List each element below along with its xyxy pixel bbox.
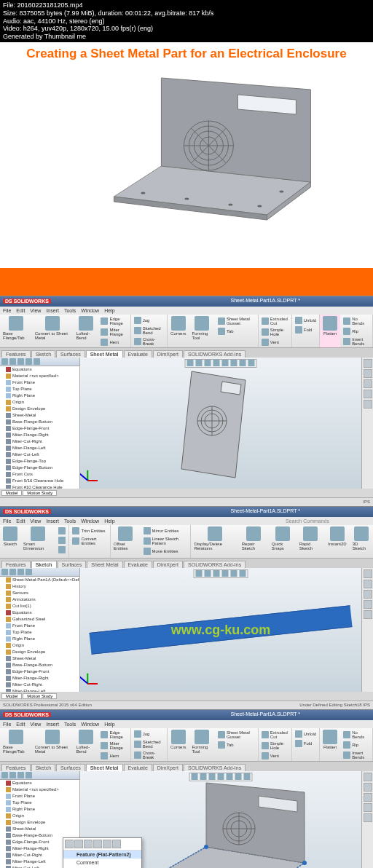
menu-view[interactable]: View xyxy=(30,722,41,727)
ctx-icon[interactable] xyxy=(84,840,93,848)
task-pane[interactable] xyxy=(361,568,373,692)
tab-motion-study[interactable]: Motion Study xyxy=(23,693,57,699)
repair-sketch-button[interactable]: Repair Sketch xyxy=(239,525,269,558)
menu-tools[interactable]: Tools xyxy=(64,722,76,727)
view-toolbar[interactable] xyxy=(189,773,253,781)
tab-sheet-metal[interactable]: Sheet Metal xyxy=(86,350,123,358)
insert-bends-button[interactable]: Insert Bends xyxy=(342,336,370,347)
tab-dimxpert[interactable]: DimXpert xyxy=(153,350,183,358)
menu-tools[interactable]: Tools xyxy=(64,518,76,524)
tab-surfaces[interactable]: Surfaces xyxy=(58,561,87,568)
fold-button[interactable]: Fold xyxy=(294,326,317,334)
menu-window[interactable]: Window xyxy=(81,308,99,313)
unfold-button[interactable]: Unfold xyxy=(294,316,317,325)
offset-entities-button[interactable]: Offset Entities xyxy=(111,525,141,558)
menu-tools[interactable]: Tools xyxy=(64,308,76,313)
ctx-feature[interactable]: Feature (Flat-Pattern2) xyxy=(63,851,141,859)
tab-sketch[interactable]: Sketch xyxy=(31,350,55,358)
task-pane[interactable] xyxy=(361,771,373,868)
tab-button[interactable]: Tab xyxy=(217,327,256,336)
tab-addins[interactable]: SOLIDWORKS Add-Ins xyxy=(184,764,246,771)
edge-flange-button[interactable]: Edge Flange xyxy=(100,316,127,326)
tab-sheet-metal[interactable]: Sheet Metal xyxy=(86,764,123,771)
rip-button[interactable]: Rip xyxy=(342,741,370,749)
base-flange-button[interactable]: Base Flange/Tab xyxy=(0,315,32,347)
menu-help[interactable]: Help xyxy=(104,722,114,727)
rect-tool-button[interactable] xyxy=(58,536,66,545)
tab-features[interactable]: Features xyxy=(1,561,31,568)
insert-bends-button[interactable]: Insert Bends xyxy=(342,750,370,760)
tree-header[interactable] xyxy=(0,771,79,780)
menu-bar[interactable]: File Edit View Insert Tools Window Help xyxy=(0,307,373,315)
menu-file[interactable]: File xyxy=(3,308,11,313)
command-tabs[interactable]: Features Sketch Surfaces Sheet Metal Eva… xyxy=(0,348,373,358)
feature-tree[interactable]: Equations Material <not specified> Front… xyxy=(0,358,80,489)
view-toolbar[interactable] xyxy=(185,359,257,368)
menu-file[interactable]: File xyxy=(3,722,11,727)
menu-bar[interactable]: File Edit View Insert Tools Window Help xyxy=(0,720,373,728)
menu-insert[interactable]: Insert xyxy=(46,518,59,524)
simple-hole-button[interactable]: Simple Hole xyxy=(261,741,289,751)
tab-addins[interactable]: SOLIDWORKS Add-Ins xyxy=(184,561,246,568)
unfold-button[interactable]: Unfold xyxy=(294,730,317,738)
tab-button[interactable]: Tab xyxy=(217,741,256,749)
bottom-tabs[interactable]: Model Motion Study xyxy=(0,692,373,701)
convert-entities-button[interactable]: Convert Entities xyxy=(71,536,107,546)
move-entities-button[interactable]: Move Entities xyxy=(143,547,189,556)
menu-file[interactable]: File xyxy=(3,518,11,524)
menu-window[interactable]: Window xyxy=(81,722,99,727)
tab-model[interactable]: Model xyxy=(1,490,22,496)
3d-sketch-button[interactable]: 3D Sketch xyxy=(350,525,373,558)
vent-button[interactable]: Vent xyxy=(261,338,289,347)
rip-button[interactable]: Rip xyxy=(342,327,370,336)
tab-evaluate[interactable]: Evaluate xyxy=(124,561,152,568)
forming-tool-button[interactable]: Forming Tool xyxy=(189,728,214,761)
cross-break-button[interactable]: Cross-Break xyxy=(133,336,165,347)
menu-insert[interactable]: Insert xyxy=(46,722,59,727)
rapid-sketch-button[interactable]: Rapid Sketch xyxy=(297,525,325,558)
tab-sheet-metal[interactable]: Sheet Metal xyxy=(87,561,122,568)
flatten-button[interactable]: Flatten xyxy=(320,315,340,347)
linear-pattern-button[interactable]: Linear Sketch Pattern xyxy=(143,536,189,546)
jog-button[interactable]: Jog xyxy=(133,316,165,325)
ctx-icon[interactable] xyxy=(74,840,83,848)
menu-edit[interactable]: Edit xyxy=(16,518,25,524)
ctx-icon[interactable] xyxy=(112,840,121,848)
tab-sketch[interactable]: Sketch xyxy=(31,764,55,771)
tab-features[interactable]: Features xyxy=(1,350,31,358)
corners-button[interactable]: Corners xyxy=(168,728,189,761)
command-tabs[interactable]: Features Sketch Surfaces Sheet Metal Eva… xyxy=(0,559,373,568)
corners-button[interactable]: Corners xyxy=(168,315,189,347)
cross-break-button[interactable]: Cross-Break xyxy=(133,750,165,760)
ctx-comment[interactable]: Comment xyxy=(63,859,141,867)
tree-header[interactable] xyxy=(0,568,79,577)
sketched-bend-button[interactable]: Sketched Bend xyxy=(133,326,165,336)
instant2d-button[interactable]: Instant2D xyxy=(325,525,350,558)
line-tool-button[interactable] xyxy=(58,526,66,535)
miter-flange-button[interactable]: Miter Flange xyxy=(100,741,127,751)
command-tabs[interactable]: Features Sketch Surfaces Sheet Metal Eva… xyxy=(0,762,373,771)
tab-addins[interactable]: SOLIDWORKS Add-Ins xyxy=(184,350,246,358)
fold-button[interactable]: Fold xyxy=(294,739,317,748)
hem-button[interactable]: Hem xyxy=(100,338,127,347)
display-delete-relations-button[interactable]: Display/Delete Relations xyxy=(191,525,238,558)
convert-sheet-metal-button[interactable]: Convert to Sheet Metal xyxy=(32,315,74,347)
view-toolbar[interactable] xyxy=(194,569,248,578)
search-input[interactable]: Search Commands xyxy=(286,518,329,524)
tab-dimxpert[interactable]: DimXpert xyxy=(153,561,183,568)
menu-insert[interactable]: Insert xyxy=(46,308,59,313)
sketch-button[interactable]: Sketch xyxy=(0,525,20,558)
ctx-icon[interactable] xyxy=(65,840,74,848)
menu-bar[interactable]: File Edit View Insert Tools Window Help … xyxy=(0,517,373,525)
base-flange-button[interactable]: Base Flange/Tab xyxy=(0,728,32,761)
model-canvas[interactable] xyxy=(80,358,361,489)
tab-surfaces[interactable]: Surfaces xyxy=(56,350,85,358)
model-canvas[interactable]: www.cg-ku.com xyxy=(80,568,361,692)
tab-evaluate[interactable]: Evaluate xyxy=(124,764,152,771)
flatten-button[interactable]: Flatten xyxy=(320,728,340,761)
context-menu[interactable]: Feature (Flat-Pattern2) Comment Parent/C… xyxy=(63,837,142,868)
tab-surfaces[interactable]: Surfaces xyxy=(56,764,85,771)
convert-sheet-metal-button[interactable]: Convert to Sheet Metal xyxy=(32,728,74,761)
menu-view[interactable]: View xyxy=(30,518,41,524)
tab-sketch[interactable]: Sketch xyxy=(31,561,57,568)
